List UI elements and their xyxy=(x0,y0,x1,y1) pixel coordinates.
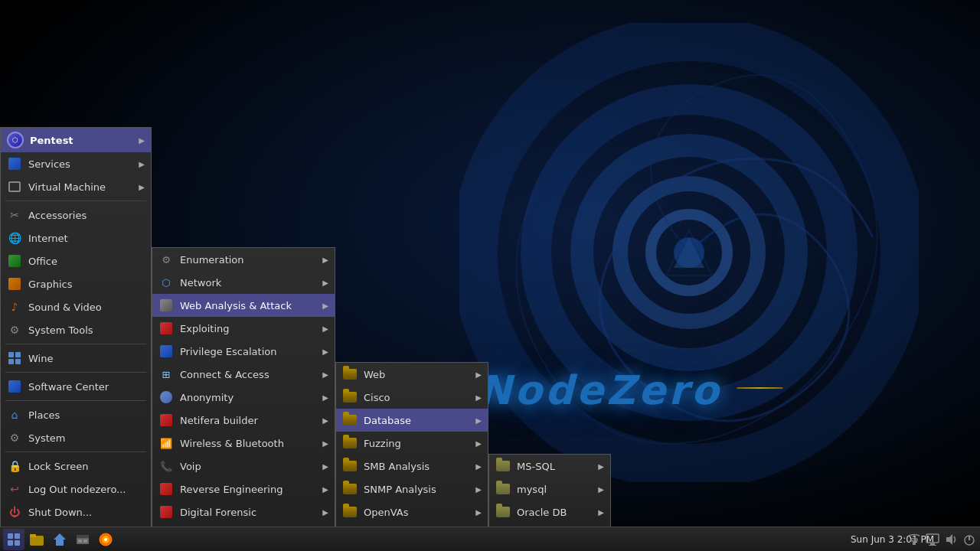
menu-item-virtual-machine[interactable]: Virtual Machine ▶ xyxy=(1,175,151,198)
network-icon: ⬡ xyxy=(158,275,174,290)
database-submenu: MS-SQL ▶ mysql ▶ Oracle DB ▶ xyxy=(488,454,611,527)
display-tray-icon xyxy=(926,533,939,546)
nodezero-dash-right xyxy=(737,387,782,389)
menu-item-log-out[interactable]: ↩ Log Out nodezero... xyxy=(1,478,151,500)
separator-3 xyxy=(5,372,146,373)
pentest-label: Pentest xyxy=(30,135,132,146)
menu-item-oracle-db[interactable]: Oracle DB ▶ xyxy=(489,500,610,523)
filemanager-taskbar-icon xyxy=(75,532,90,547)
menu-header-pentest[interactable]: ⬡ Pentest ▶ xyxy=(1,128,151,152)
web-analysis-submenu: Web ▶ Cisco ▶ Database ▶ Fuzzing ▶ xyxy=(335,362,488,527)
mysql-folder-icon xyxy=(495,481,511,497)
tray-volume-icon[interactable] xyxy=(943,532,959,547)
taskbar-tray xyxy=(906,532,977,547)
connect-access-icon: ⊞ xyxy=(158,367,174,382)
menu-item-database[interactable]: Database ▶ xyxy=(336,409,488,432)
menu-item-digital-forensic[interactable]: Digital Forensic ▶ xyxy=(152,500,335,523)
smb-folder-icon xyxy=(342,458,358,474)
connect-access-label: Connect & Access xyxy=(180,369,316,380)
anonymity-icon xyxy=(158,390,174,405)
menu-item-web-analysis[interactable]: Web Analysis & Attack ▶ xyxy=(152,294,335,317)
menu-item-cisco[interactable]: Cisco ▶ xyxy=(336,386,488,409)
svg-point-21 xyxy=(104,538,107,541)
menu-item-software-center[interactable]: Software Center xyxy=(1,375,151,398)
voip-label: Voip xyxy=(180,461,316,472)
menu-item-shut-down[interactable]: ⏻ Shut Down... xyxy=(1,500,151,523)
database-arrow: ▶ xyxy=(475,416,482,425)
openvas-folder-icon xyxy=(342,504,358,520)
menu-item-exploiting[interactable]: Exploiting ▶ xyxy=(152,317,335,340)
sound-video-label: Sound & Video xyxy=(28,302,145,313)
menu-item-anonymity[interactable]: Anonymity ▶ xyxy=(152,386,335,409)
system-tools-icon: ⚙ xyxy=(7,322,22,337)
menu-item-system-tools[interactable]: ⚙ System Tools xyxy=(1,318,151,341)
menu-item-fuzzing[interactable]: Fuzzing ▶ xyxy=(336,432,488,455)
web-analysis-arrow: ▶ xyxy=(322,302,328,310)
wireless-label: Wireless & Bluetooth xyxy=(180,438,316,449)
exploiting-icon xyxy=(158,321,174,336)
mysql-label: mysql xyxy=(517,484,592,495)
taskbar-browser-button[interactable] xyxy=(95,529,116,550)
menu-item-smb-analysis[interactable]: SMB Analysis ▶ xyxy=(336,455,488,478)
menu-item-netifera[interactable]: Netifera builder ▶ xyxy=(152,409,335,432)
tray-network-icon[interactable] xyxy=(906,532,922,547)
places-icon: ⌂ xyxy=(7,407,22,422)
pentest-icon: ⬡ xyxy=(7,132,24,148)
reverse-engineering-icon xyxy=(158,481,174,497)
taskbar-filemanager-button[interactable] xyxy=(72,529,93,550)
openvas-label: OpenVAs xyxy=(364,507,469,518)
menu-item-office[interactable]: Office xyxy=(1,249,151,272)
menu-item-internet[interactable]: 🌐 Internet xyxy=(1,227,151,249)
taskbar-files-button[interactable] xyxy=(26,529,47,550)
svg-rect-13 xyxy=(30,534,36,537)
taskbar-menu-button[interactable] xyxy=(3,529,24,550)
tray-power-icon[interactable] xyxy=(962,532,977,547)
snmp-analysis-label: SNMP Analysis xyxy=(364,484,469,495)
menu-item-network[interactable]: ⬡ Network ▶ xyxy=(152,271,335,294)
menu-item-graphics[interactable]: Graphics xyxy=(1,272,151,295)
web-folder-icon xyxy=(342,367,358,382)
power-tray-icon xyxy=(962,533,976,546)
enumeration-arrow: ▶ xyxy=(322,256,328,264)
menu-item-wine[interactable]: Wine xyxy=(1,347,151,370)
menu-item-wireless[interactable]: 📶 Wireless & Bluetooth ▶ xyxy=(152,432,335,455)
menu-item-sound-video[interactable]: ♪ Sound & Video xyxy=(1,295,151,318)
menu-item-mysql[interactable]: mysql ▶ xyxy=(489,478,610,500)
voip-arrow: ▶ xyxy=(322,462,328,471)
network-tray-icon xyxy=(907,533,921,546)
database-label: Database xyxy=(364,415,469,426)
menu-item-system[interactable]: ⚙ System xyxy=(1,426,151,449)
taskbar-apps xyxy=(3,529,116,550)
home-taskbar-icon xyxy=(52,532,67,547)
menu-item-places[interactable]: ⌂ Places xyxy=(1,403,151,426)
reverse-engineering-arrow: ▶ xyxy=(322,485,328,494)
menu-item-connect-access[interactable]: ⊞ Connect & Access ▶ xyxy=(152,363,335,386)
shut-down-icon: ⏻ xyxy=(7,504,22,520)
services-label: Services xyxy=(28,158,132,170)
menu-item-snmp-analysis[interactable]: SNMP Analysis ▶ xyxy=(336,478,488,500)
network-label: Network xyxy=(180,277,316,289)
digital-forensic-icon xyxy=(158,504,174,520)
svg-rect-8 xyxy=(8,533,13,539)
menu-item-voip[interactable]: 📞 Voip ▶ xyxy=(152,455,335,478)
smb-analysis-label: SMB Analysis xyxy=(364,461,469,472)
tray-display-icon[interactable] xyxy=(925,532,940,547)
svg-rect-25 xyxy=(930,543,935,545)
menu-item-web[interactable]: Web ▶ xyxy=(336,363,488,386)
taskbar-home-button[interactable] xyxy=(49,529,70,550)
menu-item-privilege-escalation[interactable]: Privilege Escalation ▶ xyxy=(152,340,335,363)
digital-forensic-label: Digital Forensic xyxy=(180,507,316,518)
exploiting-label: Exploiting xyxy=(180,323,316,334)
menu-item-lock-screen[interactable]: 🔒 Lock Screen xyxy=(1,455,151,478)
services-icon xyxy=(7,156,22,171)
places-label: Places xyxy=(28,409,145,421)
menu-item-services[interactable]: Services ▶ xyxy=(1,152,151,175)
virtual-machine-icon xyxy=(7,179,22,194)
menu-item-enumeration[interactable]: ⚙ Enumeration ▶ xyxy=(152,248,335,271)
menu-item-reverse-engineering[interactable]: Reverse Engineering ▶ xyxy=(152,478,335,500)
menu-item-ms-sql[interactable]: MS-SQL ▶ xyxy=(489,455,610,478)
snmp-analysis-arrow: ▶ xyxy=(475,485,482,494)
accessories-icon: ✂ xyxy=(7,207,22,223)
menu-item-openvas[interactable]: OpenVAs ▶ xyxy=(336,500,488,523)
menu-item-accessories[interactable]: ✂ Accessories xyxy=(1,204,151,227)
